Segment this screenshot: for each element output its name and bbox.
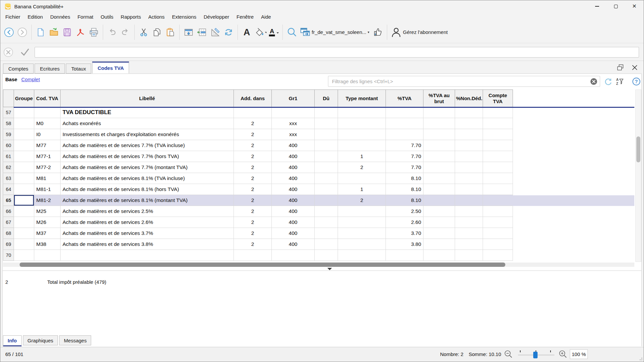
- cell[interactable]: [423, 195, 455, 206]
- cell[interactable]: [14, 184, 34, 195]
- tab-totaux[interactable]: Totaux: [66, 64, 91, 74]
- cell[interactable]: [338, 206, 386, 217]
- cell[interactable]: Achats de matières et de services 7.7% (…: [61, 151, 234, 162]
- menu-rapports[interactable]: Rapports: [117, 13, 145, 21]
- column-header-d-[interactable]: Dû: [315, 90, 338, 107]
- cell[interactable]: [455, 228, 483, 239]
- font-button[interactable]: A: [240, 24, 253, 40]
- cell[interactable]: Achats de matières et de services 7.7% (…: [61, 140, 234, 151]
- cell[interactable]: Achats de matières et de services 2.6%: [61, 217, 234, 228]
- cell[interactable]: [455, 195, 483, 206]
- cell[interactable]: Achats de matières et de services 3.7%: [61, 228, 234, 239]
- cell[interactable]: [483, 173, 513, 184]
- cell[interactable]: M0: [34, 118, 61, 129]
- accept-edit-button[interactable]: [19, 46, 31, 58]
- cell[interactable]: M81: [34, 173, 61, 184]
- redo-button[interactable]: [119, 24, 132, 40]
- column-header-gr1[interactable]: Gr1: [272, 90, 315, 107]
- cell[interactable]: [455, 206, 483, 217]
- menu-aide[interactable]: Aide: [257, 13, 275, 21]
- cell[interactable]: [338, 239, 386, 250]
- cell[interactable]: 7.70: [386, 162, 423, 173]
- cell[interactable]: Achats de matières et de services 2.5%: [61, 206, 234, 217]
- cell[interactable]: [14, 250, 34, 261]
- cell[interactable]: 400: [272, 239, 315, 250]
- forward-button[interactable]: [16, 24, 29, 40]
- cell[interactable]: 400: [272, 228, 315, 239]
- cell[interactable]: [423, 140, 455, 151]
- cell[interactable]: 8.10: [386, 195, 423, 206]
- cell[interactable]: [14, 239, 34, 250]
- cell[interactable]: [455, 129, 483, 140]
- cell[interactable]: [455, 184, 483, 195]
- cell[interactable]: [423, 217, 455, 228]
- cell[interactable]: 400: [272, 206, 315, 217]
- cell[interactable]: xxx: [272, 129, 315, 140]
- tab-codes-tva[interactable]: Codes TVA: [92, 62, 129, 74]
- cell[interactable]: M77-1: [34, 151, 61, 162]
- cell[interactable]: 2: [234, 162, 272, 173]
- cell[interactable]: [455, 250, 483, 261]
- splitter-handle[interactable]: [327, 268, 332, 270]
- cell[interactable]: [455, 162, 483, 173]
- cell[interactable]: TVA DEDUCTIBLE: [61, 107, 234, 118]
- cell[interactable]: [423, 162, 455, 173]
- cell[interactable]: [386, 118, 423, 129]
- row-number[interactable]: 60: [3, 140, 14, 151]
- cell[interactable]: [315, 184, 338, 195]
- cell[interactable]: [455, 239, 483, 250]
- cell[interactable]: [338, 140, 386, 151]
- cell[interactable]: [315, 206, 338, 217]
- cell[interactable]: [483, 118, 513, 129]
- cell[interactable]: [455, 140, 483, 151]
- cell[interactable]: [483, 162, 513, 173]
- row-number[interactable]: 63: [3, 173, 14, 184]
- resize-grip[interactable]: [638, 356, 642, 360]
- cell[interactable]: 2: [234, 217, 272, 228]
- horizontal-scrollbar-thumb[interactable]: [20, 263, 505, 267]
- horizontal-scrollbar[interactable]: [3, 263, 634, 267]
- vertical-scrollbar-thumb[interactable]: [636, 136, 640, 162]
- view-link-complet[interactable]: Complet: [21, 77, 40, 82]
- menu-fichier[interactable]: Fichier: [2, 13, 24, 21]
- sort-filter-button[interactable]: AZ: [615, 77, 624, 86]
- cell[interactable]: [315, 217, 338, 228]
- cell[interactable]: [483, 140, 513, 151]
- column-header--non-d-d-[interactable]: %Non.Déd.: [455, 90, 483, 107]
- bottom-tab-messages[interactable]: Messages: [59, 335, 91, 345]
- menu-outils[interactable]: Outils: [97, 13, 117, 21]
- menu-extensions[interactable]: Extensions: [168, 13, 200, 21]
- cell[interactable]: 2: [234, 184, 272, 195]
- cell[interactable]: [315, 250, 338, 261]
- cell[interactable]: [14, 118, 34, 129]
- document-selector[interactable]: fr_de_vat_sme_soleen... ▾: [312, 29, 371, 35]
- row-number[interactable]: 69: [3, 239, 14, 250]
- cell[interactable]: [61, 250, 234, 261]
- cell[interactable]: [272, 250, 315, 261]
- cell[interactable]: [315, 228, 338, 239]
- cell[interactable]: [386, 250, 423, 261]
- cell[interactable]: [14, 173, 34, 184]
- cell[interactable]: [483, 151, 513, 162]
- paste-button[interactable]: [164, 24, 177, 40]
- font-color-button[interactable]: A: [267, 24, 280, 40]
- account-button[interactable]: [390, 24, 403, 40]
- cell[interactable]: Achats exonérés: [61, 118, 234, 129]
- cell[interactable]: [423, 184, 455, 195]
- cell[interactable]: 400: [272, 162, 315, 173]
- cell[interactable]: 400: [272, 173, 315, 184]
- cell[interactable]: [14, 217, 34, 228]
- cell[interactable]: [315, 140, 338, 151]
- vertical-scrollbar[interactable]: [635, 90, 641, 262]
- cell[interactable]: [483, 184, 513, 195]
- column-header-compte-tva[interactable]: Compte TVA: [483, 90, 513, 107]
- row-number[interactable]: 58: [3, 118, 14, 129]
- cell[interactable]: [483, 129, 513, 140]
- column-header-cod-tva[interactable]: Cod. TVA: [34, 90, 61, 107]
- cell[interactable]: [423, 151, 455, 162]
- column-header-libell-[interactable]: Libellé: [61, 90, 234, 107]
- cell[interactable]: [338, 173, 386, 184]
- cell[interactable]: [315, 162, 338, 173]
- cell[interactable]: Achats de matières et de services 8.1% (…: [61, 173, 234, 184]
- cell[interactable]: 8.10: [386, 173, 423, 184]
